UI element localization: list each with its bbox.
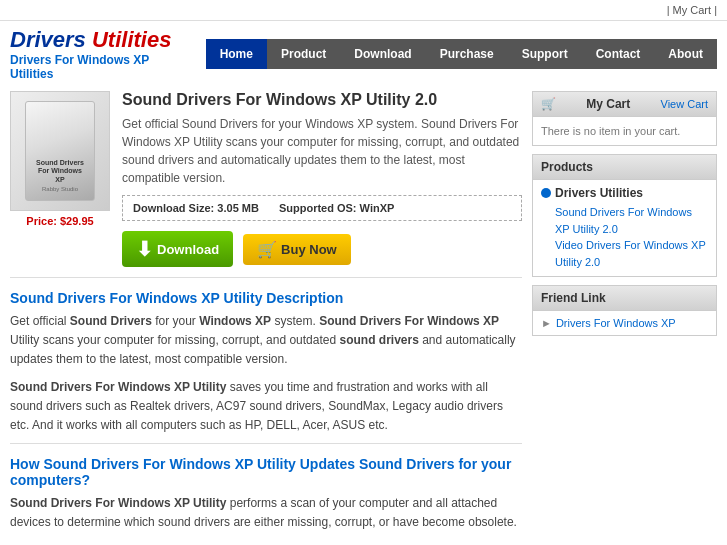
section2-title: How Sound Drivers For Windows XP Utility… bbox=[10, 456, 522, 488]
nav-product[interactable]: Product bbox=[267, 39, 340, 69]
logo-subtitle: Drivers For Windows XP Utilities bbox=[10, 53, 186, 81]
content: Sound DriversFor WindowsXP Rabby Studio … bbox=[10, 91, 522, 545]
section2-bold1: Sound Drivers For Windows XP Utility bbox=[10, 496, 226, 510]
buynow-button[interactable]: 🛒 Buy Now bbox=[243, 234, 351, 265]
viewcart-link[interactable]: View Cart bbox=[661, 98, 708, 110]
mycart-icon: 🛒 bbox=[541, 97, 556, 111]
section1-bold1: Sound Drivers bbox=[70, 314, 152, 328]
price-label: Price: bbox=[26, 215, 57, 227]
product-title: Sound Drivers For Windows XP Utility 2.0 bbox=[122, 91, 522, 109]
sidebar: 🛒 My Cart View Cart There is no item in … bbox=[532, 91, 717, 545]
download-button[interactable]: ⬇ Download bbox=[122, 231, 233, 267]
action-buttons: ⬇ Download 🛒 Buy Now bbox=[122, 231, 522, 267]
product-header: Sound DriversFor WindowsXP Rabby Studio … bbox=[10, 91, 522, 267]
category-dot-icon bbox=[541, 188, 551, 198]
download-info: Download Size: 3.05 MB Supported OS: Win… bbox=[122, 195, 522, 221]
product-image: Sound DriversFor WindowsXP Rabby Studio bbox=[10, 91, 110, 211]
section1-p2-bold: Sound Drivers For Windows XP Utility bbox=[10, 380, 226, 394]
nav-about[interactable]: About bbox=[654, 39, 717, 69]
logo-drivers: Drivers bbox=[10, 27, 86, 52]
divider1 bbox=[10, 277, 522, 278]
supported-os-label: Supported OS: WinXP bbox=[279, 202, 394, 214]
top-bar: | My Cart | bbox=[0, 0, 727, 21]
price-line: Price: $29.95 bbox=[26, 215, 93, 227]
nav-download[interactable]: Download bbox=[340, 39, 425, 69]
download-arrow-icon: ⬇ bbox=[136, 237, 153, 261]
price-value: $29.95 bbox=[60, 215, 94, 227]
friend-link-arrow-icon: ► bbox=[541, 317, 552, 329]
nav-purchase[interactable]: Purchase bbox=[426, 39, 508, 69]
buynow-btn-label: Buy Now bbox=[281, 242, 337, 257]
divider2 bbox=[10, 443, 522, 444]
section1-bold2: Windows XP bbox=[199, 314, 271, 328]
mycart-toplink[interactable]: | My Cart | bbox=[667, 4, 717, 16]
section1-title: Sound Drivers For Windows XP Utility Des… bbox=[10, 290, 522, 306]
sidebar-mycart-body: There is no item in your cart. bbox=[533, 117, 716, 145]
sidebar-product-link-1[interactable]: Video Drivers For Windows XP Utility 2.0 bbox=[555, 237, 708, 270]
sidebar-products-body: Drivers Utilities Sound Drivers For Wind… bbox=[533, 180, 716, 276]
product-info: Sound Drivers For Windows XP Utility 2.0… bbox=[122, 91, 522, 267]
friend-link-item-0: ► Drivers For Windows XP bbox=[541, 317, 708, 329]
section1-bold3: Sound Drivers For Windows XP bbox=[319, 314, 499, 328]
sidebar-category: Drivers Utilities bbox=[541, 186, 708, 200]
section1-body2: Sound Drivers For Windows XP Utility sav… bbox=[10, 378, 522, 436]
nav-home[interactable]: Home bbox=[206, 39, 267, 69]
product-image-label: Sound DriversFor WindowsXP bbox=[36, 159, 84, 184]
logo-title: Drivers Utilities bbox=[10, 27, 186, 53]
nav-contact[interactable]: Contact bbox=[582, 39, 655, 69]
sidebar-friendlink-body: ► Drivers For Windows XP bbox=[533, 311, 716, 335]
product-image-inner: Sound DriversFor WindowsXP Rabby Studio bbox=[25, 101, 95, 201]
category-label: Drivers Utilities bbox=[555, 186, 643, 200]
sidebar-mycart-header: 🛒 My Cart View Cart bbox=[533, 92, 716, 117]
section1-body1: Get official Sound Drivers for your Wind… bbox=[10, 312, 522, 370]
download-size-label: Download Size: 3.05 MB bbox=[133, 202, 259, 214]
sidebar-products: Products Drivers Utilities Sound Drivers… bbox=[532, 154, 717, 277]
header: Drivers Utilities Drivers For Windows XP… bbox=[0, 21, 727, 81]
product-image-brand: Rabby Studio bbox=[42, 186, 78, 192]
sidebar-friendlink-header: Friend Link bbox=[533, 286, 716, 311]
friend-link-0[interactable]: Drivers For Windows XP bbox=[556, 317, 676, 329]
nav: Home Product Download Purchase Support C… bbox=[206, 39, 717, 69]
cart-icon: 🛒 bbox=[257, 240, 277, 259]
section2-body2: Sound Drivers For Windows XP Utility sea… bbox=[10, 541, 522, 546]
logo-utilities: Utilities bbox=[86, 27, 172, 52]
mycart-title: My Cart bbox=[586, 97, 630, 111]
product-description: Get official Sound Drivers for your Wind… bbox=[122, 115, 522, 187]
section2-body1: Sound Drivers For Windows XP Utility per… bbox=[10, 494, 522, 532]
sidebar-product-link-0[interactable]: Sound Drivers For Windows XP Utility 2.0 bbox=[555, 204, 708, 237]
sidebar-friendlink: Friend Link ► Drivers For Windows XP bbox=[532, 285, 717, 336]
nav-support[interactable]: Support bbox=[508, 39, 582, 69]
download-btn-label: Download bbox=[157, 242, 219, 257]
logo: Drivers Utilities Drivers For Windows XP… bbox=[10, 27, 186, 81]
main-layout: Sound DriversFor WindowsXP Rabby Studio … bbox=[0, 81, 727, 545]
sidebar-products-header: Products bbox=[533, 155, 716, 180]
sidebar-mycart: 🛒 My Cart View Cart There is no item in … bbox=[532, 91, 717, 146]
section1-bold4: sound drivers bbox=[339, 333, 418, 347]
